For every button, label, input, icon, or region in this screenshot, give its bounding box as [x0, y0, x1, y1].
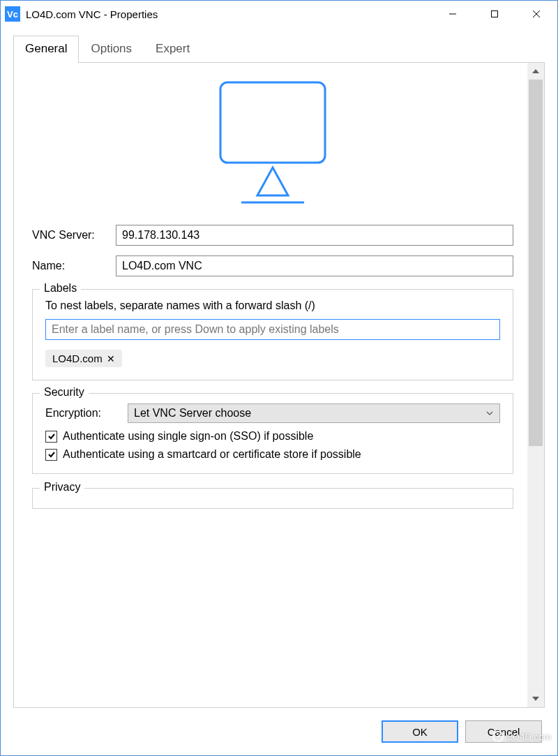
dialog-footer: OK Cancel — [1, 708, 557, 755]
check-icon — [47, 450, 56, 459]
sso-label: Authenticate using single sign-on (SSO) … — [63, 430, 313, 443]
tab-strip: General Options Expert — [1, 27, 557, 63]
privacy-group-title: Privacy — [40, 481, 84, 494]
minimize-button[interactable] — [432, 1, 474, 27]
check-icon — [47, 432, 56, 440]
chevron-down-icon — [485, 410, 494, 416]
label-chip-text: LO4D.com — [52, 353, 103, 364]
labels-group-title: Labels — [40, 282, 81, 295]
label-chip[interactable]: LO4D.com ✕ — [45, 350, 122, 367]
tab-general[interactable]: General — [13, 36, 79, 63]
monitor-icon — [32, 75, 513, 208]
encryption-row: Encryption: Let VNC Server choose — [45, 403, 500, 423]
vnc-server-input[interactable] — [116, 225, 513, 246]
tab-expert[interactable]: Expert — [144, 36, 202, 63]
labels-group: Labels To nest labels, separate names wi… — [32, 289, 513, 380]
name-label: Name: — [32, 260, 116, 272]
scroll-up-button[interactable] — [527, 63, 544, 80]
vnc-server-label: VNC Server: — [32, 229, 116, 242]
encryption-dropdown[interactable]: Let VNC Server choose — [128, 403, 500, 423]
svg-rect-1 — [492, 11, 498, 17]
window-controls — [432, 1, 557, 27]
app-icon: Vc — [5, 6, 20, 22]
vertical-scrollbar[interactable] — [527, 63, 544, 707]
labels-input[interactable] — [45, 319, 500, 340]
security-group-title: Security — [40, 386, 89, 399]
smartcard-checkbox[interactable] — [45, 449, 57, 461]
cancel-button[interactable]: Cancel — [465, 720, 542, 743]
tab-options[interactable]: Options — [79, 36, 144, 63]
titlebar: Vc LO4D.com VNC - Properties — [1, 1, 557, 27]
encryption-label: Encryption: — [45, 407, 128, 420]
svg-marker-8 — [532, 697, 539, 701]
vnc-server-row: VNC Server: — [32, 225, 513, 246]
scrollbar-thumb[interactable] — [529, 80, 543, 446]
smartcard-checkbox-row[interactable]: Authenticate using a smartcard or certif… — [45, 448, 500, 461]
labels-hint: To nest labels, separate names with a fo… — [45, 299, 500, 312]
labels-chip-row: LO4D.com ✕ — [45, 350, 500, 367]
sso-checkbox-row[interactable]: Authenticate using single sign-on (SSO) … — [45, 430, 500, 443]
tab-content: VNC Server: Name: Labels To nest labels,… — [13, 63, 545, 708]
encryption-value: Let VNC Server choose — [134, 407, 251, 420]
name-input[interactable] — [116, 255, 513, 276]
privacy-group: Privacy — [32, 488, 513, 509]
security-group: Security Encryption: Let VNC Server choo… — [32, 393, 513, 474]
close-button[interactable] — [515, 1, 557, 27]
svg-rect-4 — [220, 82, 325, 163]
close-icon[interactable]: ✕ — [107, 353, 115, 364]
svg-marker-5 — [257, 168, 288, 195]
ok-button[interactable]: OK — [382, 720, 458, 743]
maximize-button[interactable] — [474, 1, 515, 27]
content-scroll: VNC Server: Name: Labels To nest labels,… — [14, 63, 527, 707]
scroll-down-button[interactable] — [527, 690, 544, 707]
name-row: Name: — [32, 255, 513, 276]
scrollbar-track[interactable] — [527, 80, 544, 690]
properties-window: Vc LO4D.com VNC - Properties General Opt… — [0, 0, 558, 756]
svg-marker-7 — [532, 69, 539, 73]
smartcard-label: Authenticate using a smartcard or certif… — [63, 448, 361, 461]
sso-checkbox[interactable] — [45, 431, 57, 443]
window-title: LO4D.com VNC - Properties — [26, 8, 432, 20]
